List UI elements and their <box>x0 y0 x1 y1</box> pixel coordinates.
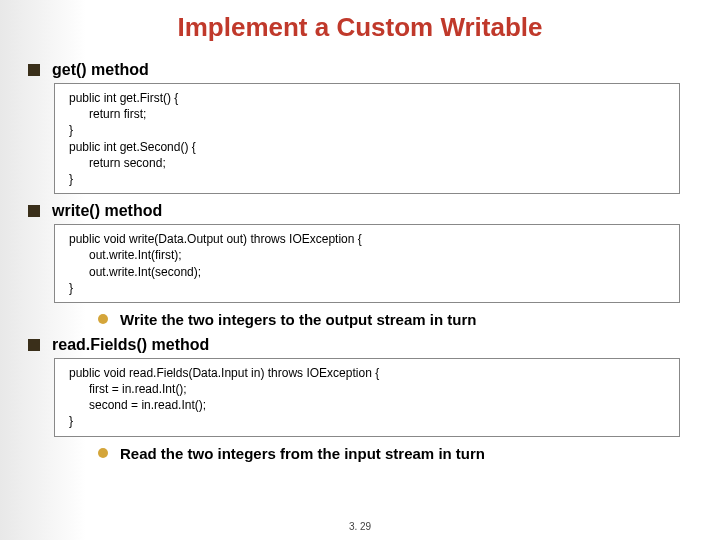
slide-number: 3. 29 <box>0 521 720 532</box>
disc-bullet-icon <box>98 314 108 324</box>
disc-bullet-icon <box>98 448 108 458</box>
bullet-readfields: read.Fields() method <box>28 336 692 354</box>
section-get: get() method public int get.First() { re… <box>28 61 692 194</box>
section-readfields: read.Fields() method public void read.Fi… <box>28 336 692 462</box>
page-title: Implement a Custom Writable <box>0 0 720 43</box>
bullet-label-get: get() method <box>52 61 149 79</box>
content-area: get() method public int get.First() { re… <box>0 61 720 462</box>
code-box-get: public int get.First() { return first; }… <box>54 83 680 194</box>
square-bullet-icon <box>28 205 40 217</box>
bullet-label-write: write() method <box>52 202 162 220</box>
bullet-label-readfields: read.Fields() method <box>52 336 209 354</box>
sub-bullet-readfields: Read the two integers from the input str… <box>98 445 692 462</box>
section-write: write() method public void write(Data.Ou… <box>28 202 692 328</box>
sub-label-readfields: Read the two integers from the input str… <box>120 445 485 462</box>
square-bullet-icon <box>28 339 40 351</box>
code-box-readfields: public void read.Fields(Data.Input in) t… <box>54 358 680 437</box>
bullet-write: write() method <box>28 202 692 220</box>
bullet-get: get() method <box>28 61 692 79</box>
sub-label-write: Write the two integers to the output str… <box>120 311 476 328</box>
slide: Implement a Custom Writable get() method… <box>0 0 720 540</box>
sub-bullet-write: Write the two integers to the output str… <box>98 311 692 328</box>
code-box-write: public void write(Data.Output out) throw… <box>54 224 680 303</box>
square-bullet-icon <box>28 64 40 76</box>
